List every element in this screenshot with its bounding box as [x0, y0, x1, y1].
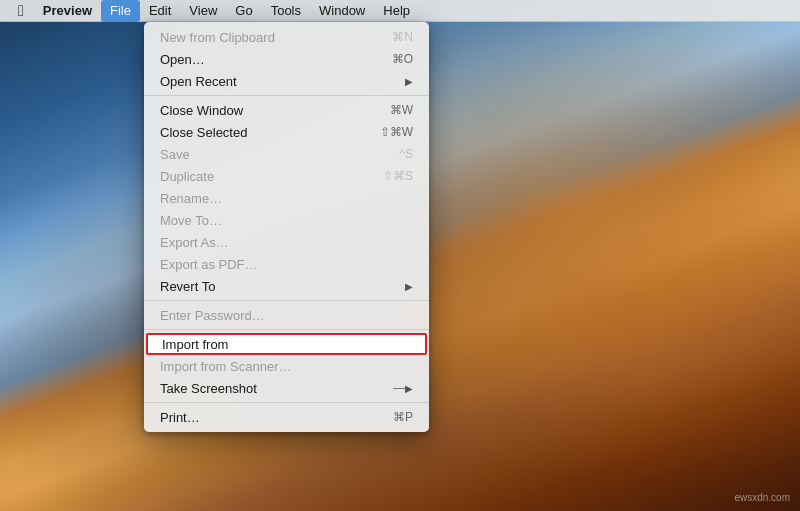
take-screenshot-arrow: ▶ [405, 383, 413, 394]
menubar-file[interactable]: File [101, 0, 140, 22]
menu-item-open[interactable]: Open… ⌘O [144, 48, 429, 70]
file-dropdown-menu: New from Clipboard ⌘N Open… ⌘O Open Rece… [144, 22, 429, 432]
menu-item-export-as[interactable]: Export As… [144, 231, 429, 253]
menu-item-close-window[interactable]: Close Window ⌘W [144, 99, 429, 121]
menu-item-import-scanner[interactable]: Import from Scanner… [144, 355, 429, 377]
menubar-view[interactable]: View [180, 0, 226, 22]
take-screenshot-dash: — [393, 381, 405, 395]
open-recent-arrow: ▶ [405, 76, 413, 87]
apple-menu[interactable]:  [8, 0, 34, 22]
menu-separator-1 [144, 95, 429, 96]
menu-item-import-from[interactable]: Import from [146, 333, 427, 355]
menu-item-enter-password[interactable]: Enter Password… [144, 304, 429, 326]
menubar-tools[interactable]: Tools [262, 0, 310, 22]
menu-item-export-pdf[interactable]: Export as PDF… [144, 253, 429, 275]
menu-item-close-selected[interactable]: Close Selected ⇧⌘W [144, 121, 429, 143]
menubar-window[interactable]: Window [310, 0, 374, 22]
menubar-go[interactable]: Go [226, 0, 261, 22]
menu-item-save[interactable]: Save ^S [144, 143, 429, 165]
menu-item-duplicate[interactable]: Duplicate ⇧⌘S [144, 165, 429, 187]
menu-separator-2 [144, 300, 429, 301]
menu-item-print[interactable]: Print… ⌘P [144, 406, 429, 428]
menu-separator-3 [144, 329, 429, 330]
menu-item-move-to[interactable]: Move To… [144, 209, 429, 231]
menu-item-new-clipboard[interactable]: New from Clipboard ⌘N [144, 26, 429, 48]
menu-item-take-screenshot[interactable]: Take Screenshot — ▶ [144, 377, 429, 399]
menu-separator-4 [144, 402, 429, 403]
menubar-edit[interactable]: Edit [140, 0, 180, 22]
watermark: ewsxdn.com [734, 492, 790, 503]
revert-to-arrow: ▶ [405, 281, 413, 292]
menubar-help[interactable]: Help [374, 0, 419, 22]
menu-item-open-recent[interactable]: Open Recent ▶ [144, 70, 429, 92]
menu-item-rename[interactable]: Rename… [144, 187, 429, 209]
menubar:  Preview File Edit View Go Tools Window… [0, 0, 800, 22]
menu-item-revert-to[interactable]: Revert To ▶ [144, 275, 429, 297]
menubar-preview[interactable]: Preview [34, 0, 101, 22]
